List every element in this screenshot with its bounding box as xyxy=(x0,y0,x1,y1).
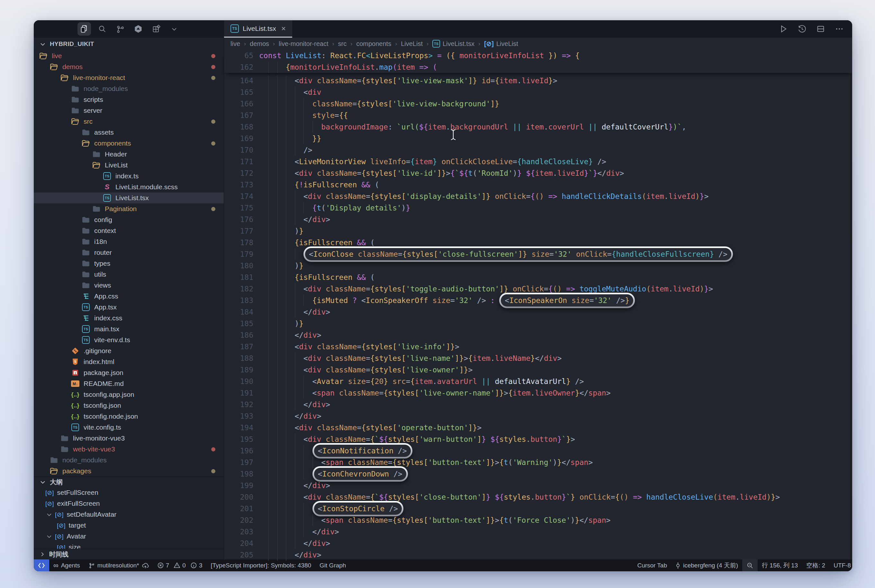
tree-item-LiveList.module.scss[interactable]: SLiveList.module.scss xyxy=(34,182,224,192)
tree-item-node_modules[interactable]: node_modules xyxy=(34,454,224,466)
breadcrumb-item-livelist[interactable]: LiveList xyxy=(401,40,423,48)
code-line-201[interactable]: 201<IconStopCircle /> xyxy=(224,503,852,514)
code-line-177[interactable]: 177)} xyxy=(224,225,852,237)
tree-item-i18n[interactable]: i18n xyxy=(34,236,224,247)
code-line-165[interactable]: 165<div xyxy=(224,86,852,98)
tab-close-icon[interactable]: × xyxy=(281,24,286,33)
code-line-185[interactable]: 185)} xyxy=(224,318,852,329)
tree-item-context[interactable]: context xyxy=(34,225,224,236)
line-number[interactable]: 165 xyxy=(224,86,259,98)
line-number[interactable]: 164 xyxy=(224,75,259,86)
indentation-status[interactable]: 空格: 2 xyxy=(802,561,829,570)
git-branch-status[interactable]: mutilresolution* xyxy=(84,562,153,569)
outline-item-setFullScreen[interactable]: [⊘]setFullScreen xyxy=(34,487,224,498)
tree-item-src[interactable]: src xyxy=(34,116,224,127)
code-line-180[interactable]: 180)} xyxy=(224,260,852,272)
more-icon[interactable] xyxy=(835,24,844,33)
breadcrumb-item-live[interactable]: live xyxy=(231,40,240,48)
tree-item-index.ts[interactable]: TSindex.ts xyxy=(34,171,224,182)
zoom-out-button[interactable] xyxy=(742,560,758,571)
code-line-202[interactable]: 202<span className={styles['button-text'… xyxy=(224,514,852,526)
breadcrumb-item-livelist[interactable]: [⊘]LiveList xyxy=(484,40,518,48)
breadcrumb-item-src[interactable]: src xyxy=(338,40,347,48)
code-line-65[interactable]: 65const LiveList: React.FC<LiveListProps… xyxy=(224,50,852,62)
line-number[interactable]: 190 xyxy=(224,376,259,387)
code-line-173[interactable]: 173{!isFullscreen && ( xyxy=(224,179,852,190)
line-number[interactable]: 198 xyxy=(224,468,259,480)
agents-status[interactable]: ∞ Agents xyxy=(49,561,84,570)
code-line-179[interactable]: 179<IconClose className={styles['close-f… xyxy=(224,248,852,260)
tree-item-live-monitor-vue3[interactable]: live-monitor-vue3 xyxy=(34,433,224,444)
tree-item-README.md[interactable]: M↓README.md xyxy=(34,378,224,389)
git-blame-status[interactable]: icebergfeng (4 天前) xyxy=(671,561,742,570)
line-number[interactable]: 172 xyxy=(224,167,259,179)
history-icon[interactable] xyxy=(797,24,806,33)
editor-scrollbar[interactable] xyxy=(850,50,852,560)
line-number[interactable]: 201 xyxy=(224,503,259,514)
line-number[interactable]: 197 xyxy=(224,457,259,468)
code-line-181[interactable]: 181{isFullscreen && ( xyxy=(224,272,852,283)
outline-item-Avatar[interactable]: [⊘]Avatar xyxy=(34,531,224,542)
code-line-170[interactable]: 170/> xyxy=(224,144,852,156)
tree-item-views[interactable]: views xyxy=(34,280,224,291)
tree-item-utils[interactable]: utils xyxy=(34,269,224,280)
outline-item-size[interactable]: [⊘]size xyxy=(34,542,224,549)
ts-importer-status[interactable]: [TypeScript Importer]: Symbols: 4380 xyxy=(206,562,315,569)
line-number[interactable]: 182 xyxy=(224,283,259,295)
line-number[interactable]: 181 xyxy=(224,272,259,283)
encoding-status[interactable]: UTF-8 xyxy=(829,562,852,569)
git-graph-status[interactable]: Git Graph xyxy=(315,562,350,569)
code-line-175[interactable]: 175{t('Display details')} xyxy=(224,202,852,214)
outline-section-header[interactable]: 大纲 xyxy=(34,477,224,487)
search-icon[interactable] xyxy=(96,22,109,36)
source-control-icon[interactable] xyxy=(114,22,127,36)
tree-item-live[interactable]: live xyxy=(34,51,224,62)
tree-item-node_modules[interactable]: node_modules xyxy=(34,83,224,94)
tab-livelist-tsx[interactable]: TS LiveList.tsx × xyxy=(224,20,292,38)
tree-item-LiveList[interactable]: LiveList xyxy=(34,160,224,171)
split-editor-icon[interactable] xyxy=(816,24,825,33)
code-line-169[interactable]: 169}} xyxy=(224,133,852,144)
line-number[interactable]: 166 xyxy=(224,98,259,110)
code-line-167[interactable]: 167style={{ xyxy=(224,110,852,121)
tree-item-Pagination[interactable]: Pagination xyxy=(34,203,224,214)
line-number[interactable]: 167 xyxy=(224,110,259,121)
outline-item-setDefaultAvatar[interactable]: [⊘]setDefaultAvatar xyxy=(34,509,224,520)
line-number[interactable]: 162 xyxy=(224,62,259,73)
code-line-194[interactable]: 194<div className={styles['operate-butto… xyxy=(224,422,852,434)
tree-item-vite-env.d.ts[interactable]: TSvite-env.d.ts xyxy=(34,334,224,345)
line-number[interactable]: 199 xyxy=(224,480,259,491)
files-icon[interactable] xyxy=(78,22,91,36)
line-number[interactable]: 204 xyxy=(224,537,259,549)
line-number[interactable]: 173 xyxy=(224,179,259,190)
line-number[interactable]: 183 xyxy=(224,295,259,306)
tree-item-components[interactable]: components xyxy=(34,138,224,149)
code-line-164[interactable]: 164<div className={styles['live-view-mas… xyxy=(224,75,852,86)
code-line-199[interactable]: 199</div> xyxy=(224,480,852,491)
tree-item-demos[interactable]: demos xyxy=(34,62,224,72)
line-number[interactable]: 169 xyxy=(224,133,259,144)
breadcrumb-item-livelist.tsx[interactable]: TSLiveList.tsx xyxy=(432,40,474,48)
line-number[interactable]: 196 xyxy=(224,445,259,457)
tree-item-Header[interactable]: Header xyxy=(34,149,224,160)
chevron-down-icon[interactable] xyxy=(168,22,181,36)
explorer-section-header[interactable]: HYBRID_UIKIT xyxy=(34,38,224,51)
code-line-168[interactable]: 168backgroundImage: `url(${item.backgrou… xyxy=(224,121,852,133)
line-number[interactable]: 180 xyxy=(224,260,259,272)
line-number[interactable]: 187 xyxy=(224,341,259,352)
timeline-section-header[interactable]: 时间线 xyxy=(34,549,224,560)
tree-item-web-vite-vue3[interactable]: web-vite-vue3 xyxy=(34,444,224,454)
tree-item-index.html[interactable]: 5index.html xyxy=(34,356,224,367)
code-line-189[interactable]: 189<div className={styles['live-owner']}… xyxy=(224,364,852,376)
grid-icon[interactable] xyxy=(150,22,163,36)
line-number[interactable]: 193 xyxy=(224,410,259,422)
line-number[interactable]: 200 xyxy=(224,491,259,503)
line-number[interactable]: 191 xyxy=(224,387,259,399)
tree-item-App.css[interactable]: App.css xyxy=(34,291,224,302)
code-line-183[interactable]: 183{isMuted ? <IconSpeakerOff size='32' … xyxy=(224,295,852,306)
line-number[interactable]: 189 xyxy=(224,364,259,376)
line-number[interactable]: 65 xyxy=(224,50,259,62)
line-number[interactable]: 203 xyxy=(224,526,259,537)
cursor-position-status[interactable]: 行 156, 列 13 xyxy=(758,561,802,570)
tree-item-scripts[interactable]: scripts xyxy=(34,94,224,105)
